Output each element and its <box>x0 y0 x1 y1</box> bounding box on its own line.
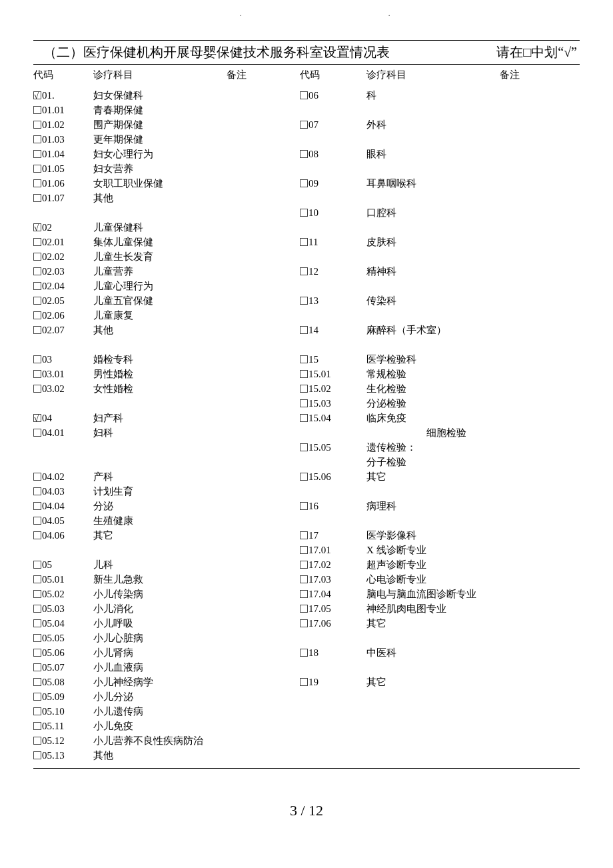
checkbox[interactable] <box>300 385 308 393</box>
checkbox[interactable] <box>300 370 308 378</box>
table-row: 17.02超声诊断专业 <box>300 557 580 572</box>
checkbox[interactable] <box>33 517 41 525</box>
code-cell: 05.09 <box>33 689 93 704</box>
checkbox[interactable] <box>33 663 41 671</box>
checkbox[interactable] <box>33 722 41 730</box>
checkbox[interactable] <box>33 370 41 378</box>
checkbox[interactable] <box>33 605 41 613</box>
table-row: 13传染科 <box>300 293 580 308</box>
code-cell: 14 <box>300 323 366 337</box>
checkbox[interactable] <box>300 590 308 598</box>
code-cell: 02.04 <box>33 279 93 293</box>
table-row: 05.04小儿呼吸 <box>33 616 300 631</box>
checkbox[interactable] <box>33 106 41 114</box>
checkbox[interactable] <box>33 693 41 701</box>
checkbox[interactable] <box>33 267 41 275</box>
checkbox[interactable] <box>33 282 41 290</box>
subject-cell: 更年期保健 <box>93 132 300 147</box>
checkbox[interactable] <box>33 737 41 745</box>
code-text: 17.06 <box>308 616 331 631</box>
header-subject-right: 诊疗科目 <box>366 69 500 81</box>
checkbox[interactable] <box>300 546 308 554</box>
spacer <box>33 205 300 220</box>
checkbox[interactable] <box>300 649 308 657</box>
checkbox[interactable] <box>33 751 41 759</box>
checkbox[interactable] <box>33 150 41 158</box>
checkbox[interactable] <box>300 209 308 217</box>
checkbox[interactable] <box>33 179 41 187</box>
checkbox[interactable] <box>300 297 308 305</box>
checkbox[interactable] <box>33 311 41 319</box>
checkbox[interactable] <box>33 575 41 583</box>
checkbox[interactable] <box>33 385 41 393</box>
code-cell: 11 <box>300 235 366 249</box>
checkbox[interactable] <box>300 414 308 422</box>
checkbox[interactable] <box>300 399 308 407</box>
checkbox[interactable] <box>300 561 308 569</box>
checkbox[interactable] <box>33 297 41 305</box>
checkbox[interactable] <box>33 253 41 261</box>
table-row: 04妇产科 <box>33 411 300 425</box>
code-cell: 17.02 <box>300 557 366 572</box>
code-text: 02.04 <box>42 279 65 293</box>
checkbox[interactable] <box>33 590 41 598</box>
subject-cell: 儿童生长发育 <box>93 249 300 264</box>
table-row: 04.06其它 <box>33 528 300 543</box>
table-row: 15.04临床免疫 <box>300 411 580 425</box>
checkbox[interactable] <box>33 165 41 173</box>
subject-cell: 其它 <box>93 528 300 543</box>
subject-cell: 男性婚检 <box>93 367 300 381</box>
checkbox[interactable] <box>33 473 41 481</box>
checkbox[interactable] <box>300 267 308 275</box>
checkbox[interactable] <box>33 619 41 627</box>
table-row: 05.08小儿神经病学 <box>33 675 300 689</box>
checkbox[interactable] <box>300 443 308 451</box>
checkbox[interactable] <box>33 531 41 539</box>
checkbox[interactable] <box>33 561 41 569</box>
checkbox[interactable] <box>300 575 308 583</box>
checkbox[interactable] <box>300 355 308 363</box>
checkbox[interactable] <box>300 121 308 129</box>
subject-cell: 医学影像科 <box>366 528 580 543</box>
checkbox[interactable] <box>33 502 41 510</box>
checkbox[interactable] <box>300 179 308 187</box>
code-cell: 01.01 <box>33 103 93 117</box>
checkbox[interactable] <box>300 473 308 481</box>
code-cell: 15.04 <box>300 411 366 425</box>
checkbox[interactable] <box>300 502 308 510</box>
code-cell: 04.04 <box>33 499 93 513</box>
checkbox[interactable] <box>33 135 41 143</box>
checkbox[interactable] <box>300 678 308 686</box>
code-text: 05.12 <box>42 733 65 748</box>
checkbox[interactable] <box>300 238 308 246</box>
checkbox[interactable] <box>33 414 41 422</box>
checkbox[interactable] <box>33 707 41 715</box>
subject-cell: 小儿消化 <box>93 601 300 616</box>
checkbox[interactable] <box>33 238 41 246</box>
checkbox[interactable] <box>33 355 41 363</box>
table-row: 02.06儿童康复 <box>33 308 300 323</box>
checkbox[interactable] <box>33 194 41 202</box>
checkbox[interactable] <box>33 326 41 334</box>
checkbox[interactable] <box>300 150 308 158</box>
code-cell: 05.05 <box>33 631 93 645</box>
code-text: 15.05 <box>308 440 331 455</box>
checkbox[interactable] <box>300 91 308 99</box>
checkbox[interactable] <box>300 531 308 539</box>
checkbox[interactable] <box>33 649 41 657</box>
code-cell <box>300 455 366 469</box>
checkbox[interactable] <box>33 487 41 495</box>
checkbox[interactable] <box>300 605 308 613</box>
checkbox[interactable] <box>300 326 308 334</box>
code-cell: 04.02 <box>33 469 93 484</box>
table-row: 15.01常规检验 <box>300 367 580 381</box>
checkbox[interactable] <box>33 91 41 99</box>
checkbox[interactable] <box>33 429 41 437</box>
checkbox[interactable] <box>300 619 308 627</box>
subject-cell: 小儿营养不良性疾病防治 <box>93 733 300 748</box>
header-note-left: 备注 <box>227 69 300 81</box>
checkbox[interactable] <box>33 678 41 686</box>
checkbox[interactable] <box>33 634 41 642</box>
checkbox[interactable] <box>33 223 41 231</box>
checkbox[interactable] <box>33 121 41 129</box>
